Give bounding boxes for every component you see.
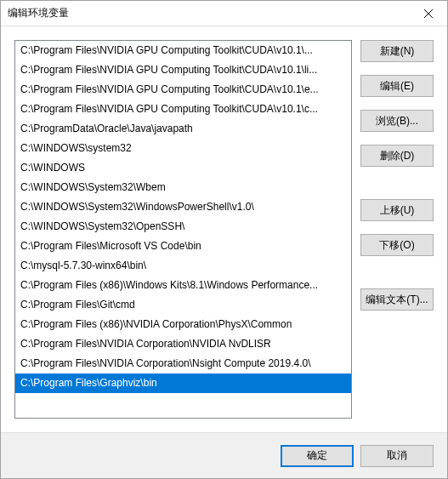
delete-button[interactable]: 删除(D) (360, 145, 434, 167)
list-item[interactable]: C:\Program Files (x86)\Windows Kits\8.1\… (15, 276, 351, 295)
list-item[interactable]: C:\mysql-5.7.30-winx64\bin\ (15, 256, 351, 276)
list-item[interactable]: C:\WINDOWS\System32\WindowsPowerShell\v1… (15, 197, 351, 217)
move-up-button[interactable]: 上移(U) (360, 199, 434, 221)
list-item[interactable]: C:\Program Files\Git\cmd (15, 295, 351, 315)
list-item[interactable]: C:\Program Files\NVIDIA GPU Computing To… (15, 60, 351, 80)
ok-button[interactable]: 确定 (281, 445, 354, 467)
list-item[interactable]: C:\WINDOWS\System32\OpenSSH\ (15, 217, 351, 237)
list-item[interactable]: C:\ProgramData\Oracle\Java\javapath (15, 119, 351, 139)
list-item[interactable]: C:\Program Files (x86)\NVIDIA Corporatio… (15, 315, 351, 334)
list-item[interactable]: C:\WINDOWS (15, 158, 351, 178)
list-item[interactable]: C:\Program Files\NVIDIA GPU Computing To… (15, 80, 351, 100)
new-button[interactable]: 新建(N) (360, 40, 434, 62)
edit-button[interactable]: 编辑(E) (360, 75, 434, 97)
dialog-title: 编辑环境变量 (8, 6, 409, 20)
edit-text-button[interactable]: 编辑文本(T)... (360, 288, 434, 311)
list-item[interactable]: C:\Program Files\NVIDIA GPU Computing To… (15, 100, 351, 119)
list-item[interactable]: C:\Program Files\NVIDIA Corporation\Nsig… (15, 354, 351, 374)
list-item[interactable]: C:\WINDOWS\System32\Wbem (15, 178, 351, 197)
close-button[interactable] (409, 1, 447, 26)
browse-button[interactable]: 浏览(B)... (360, 110, 434, 132)
close-icon (424, 9, 433, 18)
side-button-column: 新建(N) 编辑(E) 浏览(B)... 删除(D) 上移(U) 下移(O) 编… (360, 40, 434, 419)
cancel-button[interactable]: 取消 (360, 445, 434, 467)
list-item[interactable]: C:\WINDOWS\system32 (15, 139, 351, 158)
env-var-dialog: 编辑环境变量 C:\Program Files\NVIDIA GPU Compu… (0, 0, 448, 479)
move-down-button[interactable]: 下移(O) (360, 234, 434, 256)
list-item[interactable]: C:\Program Files\Microsoft VS Code\bin (15, 237, 351, 256)
dialog-footer: 确定 取消 (1, 432, 447, 478)
list-item[interactable]: C:\Program Files\Graphviz\bin (15, 374, 351, 393)
list-item[interactable]: C:\Program Files\NVIDIA Corporation\NVID… (15, 334, 351, 354)
path-listbox[interactable]: C:\Program Files\NVIDIA GPU Computing To… (14, 40, 352, 419)
titlebar: 编辑环境变量 (1, 1, 447, 26)
list-item[interactable]: C:\Program Files\NVIDIA GPU Computing To… (15, 41, 351, 60)
dialog-content: C:\Program Files\NVIDIA GPU Computing To… (1, 26, 447, 432)
